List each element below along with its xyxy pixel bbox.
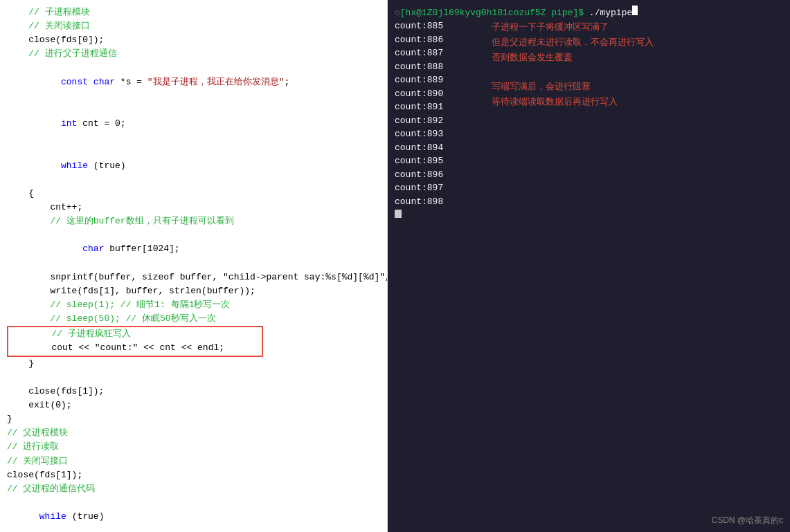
code-panel: // 子进程模块 // 关闭读接口 close(fds[0]); // 进行父子… <box>0 0 388 532</box>
code-line: // 这里的buffer数组，只有子进程可以看到 <box>7 214 380 228</box>
watermark: CSDN @哈茶真的c <box>711 515 783 526</box>
keyword-span: char <box>39 244 105 254</box>
annotation-2: 写端写满后，会进行阻塞 等待读端读取数据后再进行写入 <box>492 79 654 109</box>
code-line: snprintf(buffer, sizeof buffer, "child->… <box>7 270 380 284</box>
code-line: // 父进程模块 <box>7 426 380 440</box>
code-line: char buffer[1024]; <box>7 228 380 270</box>
code-line <box>7 371 380 385</box>
code-line: // 子进程模块 <box>7 6 380 19</box>
code-line: // sleep(1); // 细节1: 每隔1秒写一次 <box>7 298 380 312</box>
keyword-span: while <box>39 160 88 171</box>
code-line: // 关闭读接口 <box>7 19 380 33</box>
normal-span: (true) <box>88 160 126 171</box>
terminal-prompt-line: ○ [hx@iZ0jl69kyvg0h181cozuf5Z pipe]$ ./m… <box>395 6 783 18</box>
code-line: write(fds[1], buffer, strlen(buffer)); <box>7 284 380 298</box>
code-line: int cnt = 0; <box>7 103 380 145</box>
code-line: } <box>7 412 380 426</box>
annotation-1: 子进程一下子将缓冲区写满了 但是父进程未进行读取，不会再进行写入 否则数据会发生… <box>492 19 654 65</box>
keyword-span: const char <box>39 77 115 87</box>
keyword-span: while <box>39 511 66 522</box>
normal-span: ; <box>284 77 289 87</box>
highlight-block-1: // 子进程疯狂写入 cout << "count:" << cnt << en… <box>7 326 263 356</box>
terminal-output-area: count:885 count:886 count:887 count:888 … <box>395 19 783 218</box>
code-line: while (true) <box>7 145 380 186</box>
normal-span: buffer[1024]; <box>104 244 179 254</box>
terminal-block-cursor <box>395 210 402 218</box>
annotation-area: 子进程一下子将缓冲区写满了 但是父进程未进行读取，不会再进行写入 否则数据会发生… <box>492 19 654 218</box>
terminal-command: ./mypipe <box>589 8 632 18</box>
terminal-panel: ○ [hx@iZ0jl69kyvg0h181cozuf5Z pipe]$ ./m… <box>388 0 790 532</box>
code-line: close(fds[1]); <box>7 385 380 398</box>
code-line: close(fds[1]); <box>7 468 380 482</box>
code-line: // 关闭写接口 <box>7 455 380 468</box>
code-line: const char *s = "我是子进程，我正在给你发消息"; <box>7 62 380 103</box>
code-line: // sleep(50); // 休眠50秒写入一次 <box>7 312 380 326</box>
code-line: cnt++; <box>7 201 380 214</box>
code-line: while (true) <box>7 496 380 532</box>
terminal-cursor <box>632 6 638 15</box>
code-line: cout << "count:" << cnt << endl; <box>8 341 262 355</box>
count-list: count:885 count:886 count:887 count:888 … <box>395 19 478 218</box>
normal-span: cnt = 0; <box>77 118 125 129</box>
normal-span: *s = <box>115 77 147 87</box>
code-line: exit(0); <box>7 398 380 412</box>
code-line: close(fds[0]); <box>7 33 380 47</box>
normal-span: (true) <box>66 511 105 522</box>
code-line: { <box>7 187 380 201</box>
main-container: // 子进程模块 // 关闭读接口 close(fds[0]); // 进行父子… <box>0 0 790 532</box>
terminal-output-line: count:885 count:886 count:887 count:888 … <box>395 19 478 208</box>
code-line: } <box>7 357 380 371</box>
code-line: // 父进程的通信代码 <box>7 482 380 496</box>
terminal-prompt-text: [hx@iZ0jl69kyvg0h181cozuf5Z pipe]$ <box>400 8 589 18</box>
keyword-span: int <box>39 118 78 129</box>
prompt-circle: ○ <box>395 8 400 18</box>
code-line: // 进行父子进程通信 <box>7 47 380 61</box>
code-line: // 进行读取 <box>7 440 380 454</box>
code-line: // 子进程疯狂写入 <box>8 327 262 341</box>
string-span: "我是子进程，我正在给你发消息" <box>147 77 285 87</box>
